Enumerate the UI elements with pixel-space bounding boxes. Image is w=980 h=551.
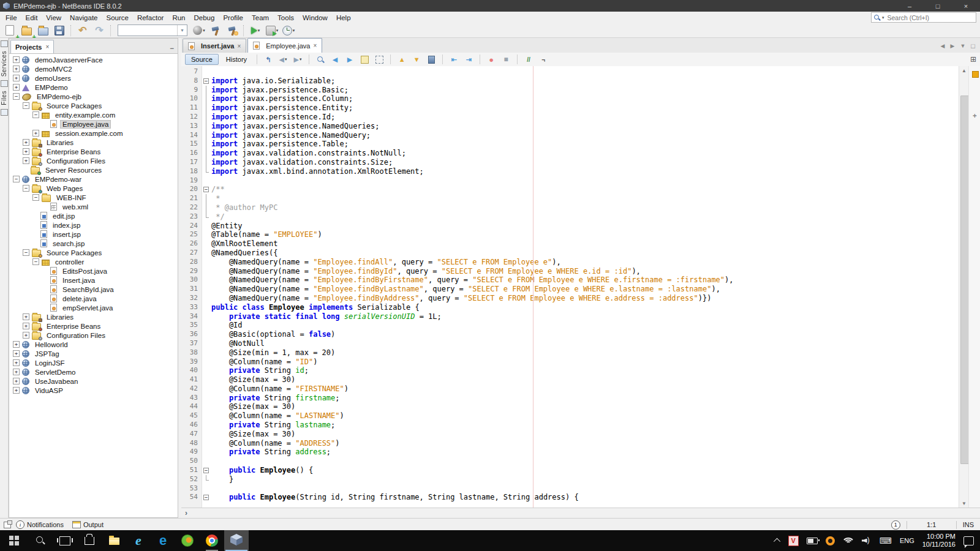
scroll-right-icon[interactable]: › <box>185 510 187 516</box>
fold-minus-icon[interactable]: − <box>203 78 209 84</box>
expand-icon[interactable]: + <box>13 75 20 81</box>
line-number[interactable]: 24 <box>181 222 202 231</box>
menu-edit[interactable]: Edit <box>21 14 42 21</box>
tree-item-libraries[interactable]: +Libraries <box>9 138 178 147</box>
stop-macro-button[interactable]: ■ <box>500 54 512 65</box>
menu-run[interactable]: Run <box>168 14 189 21</box>
code-line[interactable]: 10import javax.persistence.Column; <box>181 94 959 103</box>
expand-icon[interactable]: + <box>23 323 29 329</box>
collapse-icon[interactable]: − <box>23 185 29 192</box>
code-line[interactable]: 37 @NotNull <box>181 339 959 348</box>
expand-icon[interactable]: + <box>23 313 29 320</box>
code-line[interactable]: 16import javax.validation.constraints.No… <box>181 149 959 158</box>
expand-icon[interactable]: + <box>13 359 20 366</box>
code-line[interactable]: 12import javax.persistence.Id; <box>181 113 959 122</box>
tab-projects[interactable]: Projects × <box>10 40 54 53</box>
file-explorer-button[interactable] <box>102 530 126 551</box>
next-occurrence-button[interactable]: ▶ <box>344 54 356 65</box>
tree-item-empservlet-java[interactable]: empServlet.java <box>9 303 178 312</box>
line-number[interactable]: 17 <box>181 158 202 167</box>
tree-item-loginjsf[interactable]: +LoginJSF <box>9 358 178 367</box>
tree-item-demousers[interactable]: +demoUsers <box>9 73 178 83</box>
document-list-icon[interactable]: ▼ <box>960 43 965 49</box>
scroll-down-icon[interactable]: ▼ <box>959 499 969 508</box>
scrollbar-thumb[interactable] <box>960 96 969 464</box>
run-project-button[interactable]: ▾ <box>248 24 263 37</box>
code-line[interactable]: 21 * <box>181 194 959 203</box>
line-number[interactable]: 34 <box>181 312 202 321</box>
line-number[interactable]: 10 <box>181 94 202 103</box>
close-icon[interactable]: × <box>237 43 241 50</box>
expand-icon[interactable]: + <box>13 341 20 348</box>
minimize-panel-button[interactable]: − <box>170 46 174 51</box>
line-number[interactable]: 9 <box>181 86 202 95</box>
tree-item-viduasp[interactable]: +ViduASP <box>9 386 178 395</box>
collapse-icon[interactable]: − <box>32 258 39 265</box>
code-line[interactable]: 34 private static final long serialVersi… <box>181 312 959 321</box>
line-number[interactable]: 42 <box>181 384 202 394</box>
tree-item-empdemo-war[interactable]: −EMPdemo-war <box>9 174 178 184</box>
tree-item-server-resources[interactable]: Server Resources <box>9 165 178 174</box>
comment-button[interactable]: // <box>522 54 535 65</box>
redo-button[interactable]: ↷ <box>92 24 107 37</box>
files-icon[interactable] <box>1 109 8 116</box>
code-line[interactable]: 42 @Column(name = "FIRSTNAME") <box>181 384 959 394</box>
open-project-button[interactable] <box>36 24 50 37</box>
build-project-button[interactable] <box>208 24 223 37</box>
code-line[interactable]: 51− public Employee() { <box>181 466 959 475</box>
output-button[interactable]: Output <box>83 521 104 528</box>
code-line[interactable]: 32 @NamedQuery(name = "Employee.findByAd… <box>181 294 959 303</box>
save-all-button[interactable] <box>52 24 67 37</box>
line-number[interactable]: 44 <box>181 402 202 411</box>
prev-occurrence-button[interactable]: ◀ <box>329 54 341 65</box>
close-button[interactable]: × <box>952 0 980 12</box>
line-number[interactable]: 50 <box>181 457 202 466</box>
battery-icon[interactable] <box>807 538 818 544</box>
code-line[interactable]: 17import javax.validation.constraints.Si… <box>181 158 959 167</box>
line-number[interactable]: 53 <box>181 484 202 493</box>
undo-button[interactable]: ↶ <box>75 24 90 37</box>
menu-team[interactable]: Team <box>247 14 273 21</box>
line-number[interactable]: 14 <box>181 131 202 140</box>
taskbar-clock[interactable]: 10:00 PM 10/11/2016 <box>922 533 956 549</box>
menu-profile[interactable]: Profile <box>219 14 247 21</box>
notifications-button[interactable]: Notifications <box>27 521 64 528</box>
tree-item-configuration-files[interactable]: +Configuration Files <box>9 156 178 165</box>
line-number[interactable]: 26 <box>181 239 202 249</box>
scroll-tabs-right-icon[interactable]: ▶ <box>951 43 955 49</box>
menu-view[interactable]: View <box>42 14 66 21</box>
scroll-up-icon[interactable]: ▲ <box>959 66 969 75</box>
menu-window[interactable]: Window <box>298 14 332 21</box>
menu-navigate[interactable]: Navigate <box>66 14 102 21</box>
fold-collapse-icon[interactable]: − <box>202 185 211 194</box>
line-number[interactable]: 51 <box>181 466 202 475</box>
back-button[interactable]: ◀▾ <box>277 54 289 65</box>
code-line[interactable]: 24@Entity <box>181 222 959 231</box>
sidebar-tab-services[interactable]: Services <box>1 51 7 77</box>
line-number[interactable]: 54 <box>181 493 202 502</box>
line-number[interactable]: 38 <box>181 348 202 358</box>
services-icon[interactable] <box>1 80 8 87</box>
split-document-icon[interactable]: ⊞ <box>970 55 976 64</box>
fold-collapse-icon[interactable]: − <box>202 466 211 475</box>
line-number[interactable]: 48 <box>181 439 202 448</box>
expand-icon[interactable]: + <box>23 148 29 155</box>
tree-item-configuration-files[interactable]: +Configuration Files <box>9 331 178 340</box>
wifi-icon[interactable] <box>843 536 854 545</box>
tree-item-empdemo-ejb[interactable]: −EMPdemo-ejb <box>9 92 178 101</box>
code-line[interactable]: 15import javax.persistence.Table; <box>181 140 959 149</box>
line-number[interactable]: 28 <box>181 258 202 267</box>
dock-window-icon[interactable] <box>4 522 11 528</box>
code-line[interactable]: 28 @NamedQuery(name = "Employee.findAll"… <box>181 258 959 267</box>
line-number[interactable]: 18 <box>181 167 202 176</box>
expand-icon[interactable]: + <box>13 66 20 72</box>
tree-item-delete-java[interactable]: delete.java <box>9 294 178 303</box>
code-editor[interactable]: 78−import java.io.Serializable;9import j… <box>181 66 980 508</box>
restore-group-icon[interactable] <box>1 40 8 47</box>
code-line[interactable]: 36 @Basic(optional = false) <box>181 330 959 339</box>
search-dropdown-icon[interactable]: ▾ <box>882 15 884 20</box>
code-line[interactable]: 22 * @author MyPC <box>181 203 959 212</box>
code-line[interactable]: 50 <box>181 457 959 466</box>
touch-keyboard-icon[interactable]: ⌨ <box>880 536 892 545</box>
code-line[interactable]: 44 @Size(max = 30) <box>181 402 959 411</box>
